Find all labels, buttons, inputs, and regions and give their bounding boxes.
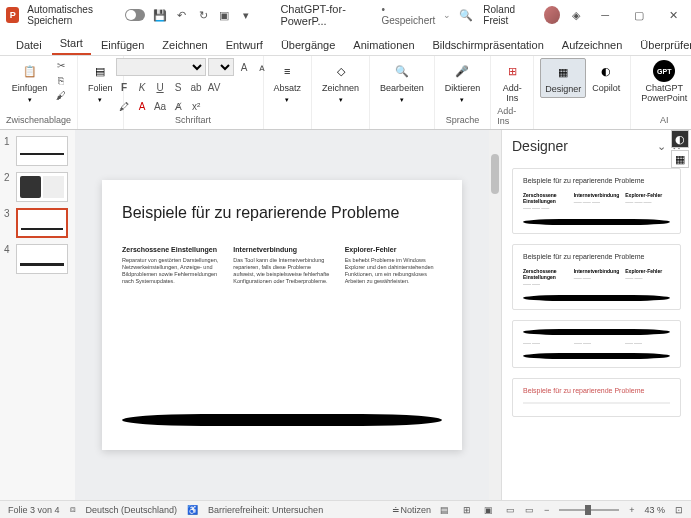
font-size-select[interactable] — [208, 58, 234, 76]
increase-font-button[interactable]: A — [236, 59, 252, 75]
qat-more-icon[interactable]: ▾ — [239, 7, 252, 23]
zoom-out-button[interactable]: − — [544, 505, 549, 515]
copilot-button[interactable]: ◐ Copilot — [588, 58, 624, 96]
tab-aufzeichnen[interactable]: Aufzeichnen — [554, 35, 631, 55]
side-tab-1[interactable]: ◐ — [671, 130, 689, 148]
ribbon: 📋 Einfügen ▾ ✂ ⎘ 🖌 Zwischenablage ▤ Foli… — [0, 56, 691, 130]
thumbnail-3[interactable]: 3 — [4, 208, 71, 238]
addins-icon: ⊞ — [501, 60, 523, 82]
view-reading-icon[interactable]: ▣ — [481, 503, 497, 517]
paragraph-button[interactable]: ≡ Absatz ▾ — [270, 58, 306, 106]
chevron-down-icon: ▾ — [98, 96, 102, 104]
design-suggestion-4[interactable]: Beispiele für zu reparierende Probleme — [512, 378, 681, 417]
diamond-icon[interactable]: ◈ — [570, 7, 584, 23]
format-painter-button[interactable]: 🖌 — [53, 88, 69, 102]
scrollbar-thumb[interactable] — [491, 154, 499, 194]
shadow-button[interactable]: ab — [188, 79, 204, 95]
design-suggestion-2[interactable]: Beispiele für zu reparierende Probleme Z… — [512, 244, 681, 310]
view-sorter-icon[interactable]: ⊞ — [459, 503, 475, 517]
designer-button[interactable]: ▦ Designer — [540, 58, 586, 98]
view-normal-icon[interactable]: ▤ — [437, 503, 453, 517]
thumbnail-2[interactable]: 2 — [4, 172, 71, 202]
tab-bildschirm[interactable]: Bildschirmpräsentation — [425, 35, 552, 55]
chevron-down-icon: ▾ — [460, 96, 464, 104]
document-title[interactable]: ChatGPT-for-PowerP... — [280, 3, 373, 27]
slide-title[interactable]: Beispiele für zu reparierende Probleme — [122, 204, 442, 222]
slide-column-1[interactable]: Zerschossene Einstellungen Reparatur von… — [122, 246, 219, 286]
vertical-scrollbar[interactable] — [489, 130, 501, 500]
slides-button[interactable]: ▤ Folien ▾ — [84, 58, 117, 106]
toggle-switch[interactable] — [125, 9, 145, 21]
chatgpt-button[interactable]: GPT ChatGPT PowerPoint — [637, 58, 691, 106]
dictate-button[interactable]: 🎤 Diktieren ▾ — [441, 58, 485, 106]
font-color-button[interactable]: A — [134, 98, 150, 114]
save-status: • Gespeichert — [381, 4, 435, 26]
clear-format-button[interactable]: A̸ — [170, 98, 186, 114]
spacing-button[interactable]: AV — [206, 79, 222, 95]
close-button[interactable]: ✕ — [661, 1, 685, 29]
tab-ueberpruefen[interactable]: Überprüfen — [632, 35, 691, 55]
pane-title: Designer — [512, 138, 568, 154]
search-icon[interactable]: 🔍 — [459, 7, 473, 23]
save-icon[interactable]: 💾 — [153, 7, 167, 23]
minimize-button[interactable]: ─ — [593, 1, 617, 29]
slide-thumbnails: 1 2 3 4 — [0, 130, 75, 500]
designer-pane: Designer ⌄ ✕ Beispiele für zu reparieren… — [501, 130, 691, 500]
current-slide[interactable]: Beispiele für zu reparierende Probleme Z… — [102, 180, 462, 450]
side-tab-2[interactable]: ▦ — [671, 150, 689, 168]
microphone-icon: 🎤 — [451, 60, 473, 82]
change-case-button[interactable]: Aa — [152, 98, 168, 114]
pane-collapse-icon[interactable]: ⌄ — [657, 140, 666, 153]
undo-icon[interactable]: ↶ — [175, 7, 188, 23]
tab-zeichnen[interactable]: Zeichnen — [154, 35, 215, 55]
addins-button[interactable]: ⊞ Add-Ins — [497, 58, 527, 106]
slides-icon: ▤ — [89, 60, 111, 82]
slide-column-2[interactable]: Internetverbindung Das Tool kann die Int… — [233, 246, 330, 286]
editing-button[interactable]: 🔍 Bearbeiten ▾ — [376, 58, 428, 106]
zoom-level[interactable]: 43 % — [644, 505, 665, 515]
zoom-slider[interactable] — [559, 509, 619, 511]
cut-button[interactable]: ✂ — [53, 58, 69, 72]
maximize-button[interactable]: ▢ — [627, 1, 651, 29]
dropdown-icon[interactable]: ⌄ — [443, 10, 451, 20]
font-family-select[interactable] — [116, 58, 206, 76]
copy-button[interactable]: ⎘ — [53, 73, 69, 87]
underline-button[interactable]: U — [152, 79, 168, 95]
design-suggestion-1[interactable]: Beispiele für zu reparierende Probleme Z… — [512, 168, 681, 234]
tab-animationen[interactable]: Animationen — [345, 35, 422, 55]
paste-icon: 📋 — [19, 60, 41, 82]
group-paragraph: ≡ Absatz ▾ — [264, 56, 313, 129]
fit-window-button[interactable]: ⊡ — [675, 505, 683, 515]
accessibility-status[interactable]: Barrierefreiheit: Untersuchen — [208, 505, 323, 515]
autosave-toggle[interactable]: Automatisches Speichern — [27, 4, 145, 26]
slide-canvas[interactable]: Beispiele für zu reparierende Probleme Z… — [75, 130, 489, 500]
language-status[interactable]: Deutsch (Deutschland) — [86, 505, 178, 515]
present-icon[interactable]: ▣ — [218, 7, 231, 23]
tab-uebergaenge[interactable]: Übergänge — [273, 35, 343, 55]
italic-button[interactable]: K — [134, 79, 150, 95]
chevron-down-icon: ▾ — [28, 96, 32, 104]
pane-body: Beispiele für zu reparierende Probleme Z… — [502, 162, 691, 500]
user-avatar[interactable] — [544, 6, 559, 24]
drawing-button[interactable]: ◇ Zeichnen ▾ — [318, 58, 363, 106]
slide-column-3[interactable]: Explorer-Fehler Es behebt Probleme im Wi… — [345, 246, 442, 286]
superscript-button[interactable]: x² — [188, 98, 204, 114]
chevron-down-icon: ▾ — [400, 96, 404, 104]
bold-button[interactable]: F — [116, 79, 132, 95]
thumbnail-4[interactable]: 4 — [4, 244, 71, 274]
spell-icon[interactable]: ⧈ — [70, 504, 76, 515]
design-suggestion-3[interactable]: —— —— —— —— —— —— — [512, 320, 681, 369]
highlight-button[interactable]: 🖍 — [116, 98, 132, 114]
tab-einfuegen[interactable]: Einfügen — [93, 35, 152, 55]
thumbnail-1[interactable]: 1 — [4, 136, 71, 166]
notes-button[interactable]: ≐Notizen — [392, 505, 431, 515]
slide-counter[interactable]: Folie 3 von 4 — [8, 505, 60, 515]
zoom-in-button[interactable]: + — [629, 505, 634, 515]
tab-start[interactable]: Start — [52, 33, 91, 55]
paste-button[interactable]: 📋 Einfügen ▾ — [8, 58, 52, 106]
strike-button[interactable]: S — [170, 79, 186, 95]
tab-datei[interactable]: Datei — [8, 35, 50, 55]
tab-entwurf[interactable]: Entwurf — [218, 35, 271, 55]
redo-icon[interactable]: ↻ — [196, 7, 209, 23]
view-slideshow-icon[interactable]: ▭ — [503, 503, 519, 517]
